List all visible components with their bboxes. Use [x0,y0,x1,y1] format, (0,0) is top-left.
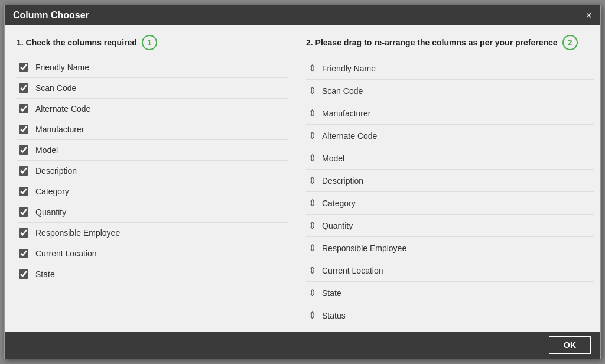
checkbox-item: State [17,264,288,284]
drag-item[interactable]: ⇕Model [306,147,594,170]
drag-column-label: Friendly Name [322,64,376,73]
column-checkbox[interactable] [19,249,28,258]
column-label: Category [35,187,69,196]
drag-item[interactable]: ⇕Alternate Code [306,125,594,147]
column-chooser-dialog: Column Chooser × 1. Check the columns re… [4,5,601,359]
column-checkbox[interactable] [19,125,28,134]
drag-handle-icon: ⇕ [308,287,316,298]
column-checkbox[interactable] [19,145,28,155]
ok-button[interactable]: OK [549,336,591,354]
dialog-body: 1. Check the columns required 1 Friendly… [5,25,600,332]
checkbox-list: Friendly NameScan CodeAlternate CodeManu… [17,57,288,284]
drag-column-label: Quantity [322,221,353,230]
close-button[interactable]: × [586,10,592,21]
column-checkbox[interactable] [19,228,28,238]
column-checkbox[interactable] [19,269,28,279]
checkbox-item: Category [17,181,288,202]
right-scroll-container[interactable]: ⇕Friendly Name⇕Scan Code⇕Manufacturer⇕Al… [306,57,594,326]
drag-item[interactable]: ⇕Friendly Name [306,57,594,80]
right-panel-header: 2. Please drag to re-arrange the columns… [306,35,594,50]
drag-column-label: Responsible Employee [322,243,406,253]
column-label: Responsible Employee [35,228,120,238]
drag-column-label: Status [322,311,346,320]
left-panel-title: 1. Check the columns required [17,38,137,47]
dialog-title-bar: Column Chooser × [5,5,600,25]
checkbox-item: Quantity [17,202,288,223]
drag-column-label: Model [322,154,344,163]
column-label: Friendly Name [35,63,89,72]
column-checkbox[interactable] [19,166,28,176]
checkbox-item: Friendly Name [17,57,288,78]
column-checkbox[interactable] [19,104,28,113]
left-scroll-container[interactable]: Friendly NameScan CodeAlternate CodeManu… [17,57,288,326]
checkbox-item: Scan Code [17,78,288,99]
dialog-title: Column Chooser [13,10,89,21]
drag-item[interactable]: ⇕Quantity [306,214,594,237]
checkbox-item: Responsible Employee [17,223,288,243]
checkbox-item: Description [17,161,288,181]
drag-handle-icon: ⇕ [308,152,316,164]
left-panel: 1. Check the columns required 1 Friendly… [5,25,294,332]
drag-handle-icon: ⇕ [308,265,316,276]
drag-item[interactable]: ⇕Manufacturer [306,102,594,125]
drag-item[interactable]: ⇕Current Location [306,259,594,282]
column-label: Alternate Code [35,104,90,113]
checkbox-item: Manufacturer [17,119,288,140]
column-checkbox[interactable] [19,63,28,72]
drag-column-label: Alternate Code [322,131,377,141]
column-label: Scan Code [35,83,76,93]
drag-handle-icon: ⇕ [308,130,316,141]
left-panel-badge: 1 [142,35,157,50]
drag-item[interactable]: ⇕State [306,282,594,304]
drag-item[interactable]: ⇕Responsible Employee [306,237,594,259]
checkbox-item: Current Location [17,243,288,264]
checkbox-item: Alternate Code [17,99,288,119]
column-checkbox[interactable] [19,83,28,93]
column-checkbox[interactable] [19,187,28,196]
drag-handle-icon: ⇕ [308,63,316,74]
right-panel-badge: 2 [562,35,578,50]
column-label: State [35,269,55,279]
drag-handle-icon: ⇕ [308,108,316,119]
drag-list: ⇕Friendly Name⇕Scan Code⇕Manufacturer⇕Al… [306,57,594,326]
drag-handle-icon: ⇕ [308,175,316,186]
drag-item[interactable]: ⇕Status [306,304,594,326]
drag-column-label: Scan Code [322,86,363,96]
drag-item[interactable]: ⇕Description [306,170,594,192]
column-label: Manufacturer [35,125,84,134]
left-panel-header: 1. Check the columns required 1 [17,35,288,50]
drag-column-label: Category [322,199,356,208]
column-label: Model [35,145,58,155]
column-label: Quantity [35,207,66,217]
drag-handle-icon: ⇕ [308,220,316,231]
column-label: Current Location [35,249,97,258]
checkbox-item: Model [17,140,288,161]
drag-item[interactable]: ⇕Scan Code [306,80,594,102]
dialog-footer: OK [5,332,600,359]
drag-item[interactable]: ⇕Category [306,192,594,214]
drag-column-label: State [322,288,341,298]
right-panel-title: 2. Please drag to re-arrange the columns… [306,38,558,47]
drag-column-label: Current Location [322,266,383,275]
column-label: Description [35,166,77,176]
column-checkbox[interactable] [19,207,28,217]
drag-handle-icon: ⇕ [308,310,316,321]
drag-handle-icon: ⇕ [308,197,316,209]
drag-column-label: Manufacturer [322,109,370,118]
drag-handle-icon: ⇕ [308,242,316,254]
right-panel: 2. Please drag to re-arrange the columns… [294,25,600,332]
drag-column-label: Description [322,176,363,186]
drag-handle-icon: ⇕ [308,85,316,96]
